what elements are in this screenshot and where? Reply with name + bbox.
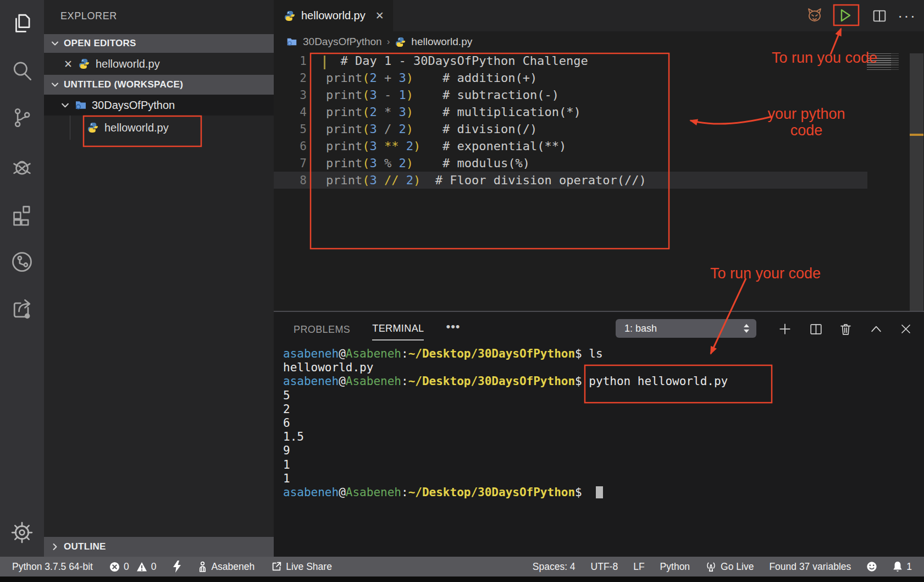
file-name-label: helloworld.py bbox=[104, 122, 169, 134]
maximize-panel-icon[interactable] bbox=[866, 320, 886, 338]
close-icon[interactable]: ✕ bbox=[375, 9, 384, 22]
explorer-icon[interactable] bbox=[0, 6, 44, 41]
open-editor-item[interactable]: ✕ helloworld.py bbox=[44, 53, 274, 75]
window-bottom-edge bbox=[0, 576, 924, 582]
breadcrumb-file[interactable]: helloworld.py bbox=[411, 36, 472, 48]
more-actions-icon[interactable]: ··· bbox=[895, 0, 919, 31]
code-line[interactable]: 4print(2 * 3) # multiplication(*) bbox=[274, 103, 924, 120]
status-go-live[interactable]: Go Live bbox=[705, 561, 754, 573]
line-number: 7 bbox=[274, 157, 307, 170]
terminal-select-value: 1: bash bbox=[624, 323, 742, 334]
editor-region: helloworld.py ✕ ··· 30DaysOfPython › hel… bbox=[274, 0, 924, 311]
run-python-button[interactable] bbox=[832, 5, 857, 26]
outline-header[interactable]: OUTLINE bbox=[44, 537, 274, 557]
breadcrumb-folder[interactable]: 30DaysOfPython bbox=[303, 36, 382, 48]
share-box-icon bbox=[271, 561, 282, 572]
status-bar: Python 3.7.5 64-bit 0 0 Asabeneh Live Sh… bbox=[0, 557, 924, 576]
python-file-icon bbox=[395, 36, 406, 48]
code-line[interactable]: 3print(3 - 1) # subtraction(-) bbox=[274, 86, 924, 103]
code-line[interactable]: 2print(2 + 3) # addition(+) bbox=[274, 69, 924, 86]
panel-tabs: PROBLEMS TERMINAL ••• bbox=[294, 320, 461, 341]
close-icon[interactable]: ✕ bbox=[64, 58, 73, 70]
overview-ruler-marker bbox=[910, 134, 923, 136]
live-share-circle-icon[interactable] bbox=[0, 244, 44, 279]
terminal-output[interactable]: asabeneh@Asabeneh:~/Desktop/30DaysOfPyth… bbox=[283, 347, 728, 499]
folder-row-30daysofpython[interactable]: 30DaysOfPython bbox=[44, 95, 274, 116]
status-problems[interactable]: 0 0 bbox=[109, 561, 156, 573]
close-panel-icon[interactable] bbox=[896, 320, 916, 338]
error-icon bbox=[109, 562, 120, 572]
new-terminal-icon[interactable] bbox=[775, 320, 795, 338]
debug-icon[interactable] bbox=[0, 149, 44, 184]
terminal-cursor bbox=[596, 486, 603, 498]
minimap[interactable] bbox=[867, 53, 899, 70]
line-number: 6 bbox=[274, 140, 307, 153]
search-icon[interactable] bbox=[0, 53, 44, 89]
tab-label: helloworld.py bbox=[301, 9, 366, 22]
code-line[interactable]: 1 # Day 1 - 30DaysOfPython Challenge bbox=[274, 52, 924, 69]
chevron-right-icon bbox=[51, 542, 59, 551]
workspace-header[interactable]: UNTITLED (WORKSPACE) bbox=[44, 75, 274, 95]
cat-extension-icon[interactable] bbox=[803, 0, 827, 31]
status-python-version[interactable]: Python 3.7.5 64-bit bbox=[12, 561, 93, 573]
status-user[interactable]: Asabeneh bbox=[198, 561, 254, 573]
workspace-label: UNTITLED (WORKSPACE) bbox=[64, 79, 183, 90]
status-eol[interactable]: LF bbox=[633, 561, 644, 573]
share-arrow-icon[interactable] bbox=[0, 292, 44, 327]
chevron-down-icon bbox=[51, 39, 59, 48]
open-editors-header[interactable]: OPEN EDITORS bbox=[44, 34, 274, 53]
code-line[interactable]: 5print(3 / 2) # division(/) bbox=[274, 120, 924, 138]
terminal-prompt-line: asabeneh@Asabeneh:~/Desktop/30DaysOfPyth… bbox=[283, 375, 728, 388]
kill-terminal-icon[interactable] bbox=[836, 320, 855, 338]
terminal-output-line: 5 bbox=[283, 389, 728, 403]
line-number: 8 bbox=[274, 174, 307, 187]
warning-icon bbox=[136, 562, 147, 572]
file-row-helloworld[interactable]: helloworld.py bbox=[44, 116, 274, 140]
tab-helloworld[interactable]: helloworld.py ✕ bbox=[274, 0, 393, 31]
code-line[interactable]: 6print(3 ** 2) # exponential(**) bbox=[274, 138, 924, 155]
status-spaces[interactable]: Spaces: 4 bbox=[533, 561, 576, 573]
status-variables[interactable]: Found 37 variables bbox=[769, 561, 851, 573]
broadcast-icon bbox=[705, 561, 717, 573]
terminal-prompt-line: asabeneh@Asabeneh:~/Desktop/30DaysOfPyth… bbox=[283, 347, 728, 361]
code-lines[interactable]: 1 # Day 1 - 30DaysOfPython Challenge2pri… bbox=[274, 52, 924, 189]
smiley-icon bbox=[866, 561, 877, 572]
folder-icon bbox=[286, 36, 298, 48]
bell-icon bbox=[893, 561, 903, 572]
sidebar-title: EXPLORER bbox=[60, 10, 117, 22]
line-number: 2 bbox=[274, 72, 307, 85]
status-encoding[interactable]: UTF-8 bbox=[591, 561, 618, 573]
terminal-panel: PROBLEMS TERMINAL ••• 1: bash asabeneh@A… bbox=[274, 311, 924, 576]
chevron-down-icon bbox=[51, 80, 59, 89]
status-notifications[interactable]: 1 bbox=[893, 561, 912, 573]
text-cursor bbox=[324, 56, 325, 69]
extensions-icon[interactable] bbox=[0, 197, 44, 232]
select-arrows-icon bbox=[742, 322, 751, 334]
line-number: 4 bbox=[274, 106, 307, 119]
python-file-icon bbox=[87, 122, 99, 134]
status-feedback[interactable] bbox=[866, 561, 877, 572]
source-control-icon[interactable] bbox=[0, 100, 44, 135]
status-live-share[interactable]: Live Share bbox=[271, 561, 332, 573]
code-line[interactable]: 8print(3 // 2) # Floor division operator… bbox=[274, 172, 924, 189]
python-file-icon bbox=[78, 58, 90, 70]
line-number: 3 bbox=[274, 89, 307, 102]
more-panel-tabs-icon[interactable]: ••• bbox=[446, 320, 460, 341]
editor-scrollbar[interactable] bbox=[910, 53, 923, 311]
terminal-output-line: 1.5 bbox=[283, 430, 728, 444]
settings-gear-icon[interactable] bbox=[0, 515, 44, 550]
tab-terminal[interactable]: TERMINAL bbox=[372, 323, 424, 341]
terminal-output-line: 9 bbox=[283, 444, 728, 458]
lightning-icon bbox=[173, 561, 181, 573]
status-language[interactable]: Python bbox=[660, 561, 690, 573]
workspace-folder-icon bbox=[74, 98, 87, 112]
code-line[interactable]: 7print(3 % 2) # modulus(%) bbox=[274, 155, 924, 172]
split-editor-icon[interactable] bbox=[867, 0, 892, 31]
outline-label: OUTLINE bbox=[64, 541, 106, 552]
terminal-select[interactable]: 1: bash bbox=[616, 319, 756, 338]
split-terminal-icon[interactable] bbox=[806, 320, 826, 338]
terminal-output-line: 1 bbox=[283, 472, 728, 486]
tab-problems[interactable]: PROBLEMS bbox=[294, 324, 350, 341]
status-lightning[interactable] bbox=[173, 561, 181, 573]
line-number: 5 bbox=[274, 123, 307, 136]
